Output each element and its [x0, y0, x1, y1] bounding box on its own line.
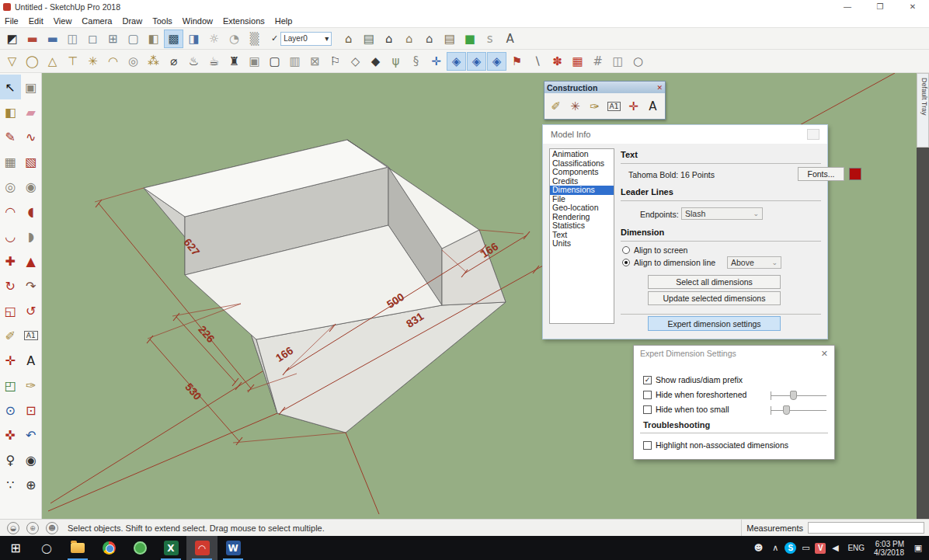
- push-pull-icon[interactable]: ▲: [21, 249, 42, 273]
- select-tool-icon[interactable]: ↖: [0, 75, 21, 99]
- sandbox-cone-icon[interactable]: △: [43, 52, 62, 71]
- menu-item[interactable]: Draw: [122, 16, 142, 26]
- model-info-list-item[interactable]: Components: [550, 168, 614, 177]
- snap-icon[interactable]: #: [588, 52, 607, 71]
- backslash-icon[interactable]: ∖: [527, 52, 547, 71]
- scale-icon[interactable]: ◱: [0, 298, 21, 323]
- sandbox-dome-icon[interactable]: ◠: [103, 52, 123, 71]
- align-to-screen-radio[interactable]: Align to screen: [622, 245, 687, 255]
- close-icon[interactable]: ✕: [656, 84, 663, 92]
- dimension-icon[interactable]: ✑: [585, 96, 604, 117]
- too-small-slider[interactable]: [771, 405, 826, 416]
- home-icon[interactable]: ⌂: [379, 30, 398, 48]
- align-dropdown[interactable]: Above⌄: [727, 256, 781, 269]
- highlight-non-associated-checkbox[interactable]: Highlight non-associated dimensions: [643, 440, 788, 450]
- circle-slash-icon[interactable]: ⌀: [164, 52, 183, 71]
- walk-icon[interactable]: ∵: [0, 472, 21, 497]
- text-color-swatch[interactable]: [849, 168, 861, 180]
- shaded-style-icon[interactable]: ◧: [144, 30, 163, 48]
- shadow-icon[interactable]: ☼: [204, 30, 224, 48]
- look-around-icon[interactable]: ◉: [21, 447, 42, 472]
- freehand-icon[interactable]: ∿: [21, 124, 42, 149]
- shaded-textures-style-icon[interactable]: ▩: [164, 30, 183, 48]
- v-app-icon[interactable]: V: [815, 543, 826, 554]
- chrome-icon[interactable]: [93, 536, 124, 560]
- camera-tool-1-icon[interactable]: ◈: [447, 52, 466, 71]
- line-tool-icon[interactable]: ✎: [0, 124, 21, 149]
- layer-dropdown[interactable]: ✓ Layer0 ▾: [271, 32, 332, 46]
- follow-me-icon[interactable]: ↷: [21, 273, 42, 298]
- stage-icon[interactable]: ♜: [224, 52, 244, 71]
- previous-view-icon[interactable]: ↶: [21, 423, 42, 447]
- axes-icon[interactable]: ✛: [0, 348, 21, 373]
- frame-icon[interactable]: ▣: [245, 52, 264, 71]
- photo-icon[interactable]: ▥: [285, 52, 304, 71]
- close-button[interactable]: ✕: [896, 0, 929, 14]
- hidden-line-style-icon[interactable]: ▢: [124, 30, 143, 48]
- polygon-icon[interactable]: ◉: [21, 174, 42, 199]
- select-all-dimensions-button[interactable]: Select all dimensions: [648, 275, 781, 289]
- compass-icon[interactable]: ✛: [426, 52, 446, 71]
- text-tool-icon[interactable]: A1: [21, 323, 42, 348]
- component-house-icon[interactable]: ⌂: [339, 30, 358, 48]
- minimize-button[interactable]: —: [831, 0, 864, 14]
- rectangle-icon[interactable]: ▦: [0, 149, 21, 174]
- box-icon[interactable]: ◇: [346, 52, 365, 71]
- tape-measure-icon[interactable]: ✐: [0, 323, 21, 348]
- word-icon[interactable]: W: [217, 536, 249, 560]
- 3d-text-icon[interactable]: A: [21, 348, 42, 373]
- protractor-icon[interactable]: ✳: [565, 96, 585, 117]
- menu-item[interactable]: Tools: [152, 16, 172, 26]
- building-icon[interactable]: ▤: [359, 30, 378, 48]
- material-swatch-icon[interactable]: ■: [460, 30, 479, 48]
- zoom-extents-icon[interactable]: ✜: [0, 423, 21, 447]
- sandbox-flower-icon[interactable]: ✳: [83, 52, 103, 71]
- shell-icon[interactable]: §: [406, 52, 426, 71]
- menu-item[interactable]: Window: [183, 16, 213, 26]
- paint-bucket-icon[interactable]: ◧: [0, 99, 21, 124]
- pie-icon[interactable]: ◖: [21, 199, 42, 224]
- skype-icon[interactable]: S: [785, 542, 796, 554]
- update-selected-dimensions-button[interactable]: Update selected dimensions: [648, 291, 781, 305]
- zoom-icon[interactable]: ⊙: [0, 398, 21, 423]
- hand-tool-icon[interactable]: ✑: [21, 373, 42, 398]
- camera-tool-3-icon[interactable]: ◈: [487, 52, 506, 71]
- orbit-icon[interactable]: ⊕: [21, 472, 42, 497]
- teapot-hand-icon[interactable]: ☕: [204, 52, 224, 71]
- tape-measure-icon[interactable]: ✐: [546, 96, 565, 117]
- grid-icon[interactable]: ▦: [568, 52, 587, 71]
- eraser-icon[interactable]: ▰: [21, 99, 42, 124]
- model-info-list-item[interactable]: Units: [550, 239, 614, 249]
- endpoints-dropdown[interactable]: Slash⌄: [681, 207, 763, 220]
- foreshortened-slider[interactable]: [771, 390, 826, 401]
- menu-item[interactable]: Camera: [82, 16, 112, 26]
- font-tool-icon[interactable]: A: [500, 30, 520, 48]
- style-small-icon[interactable]: s: [480, 30, 499, 48]
- shed-icon[interactable]: ⌂: [399, 30, 419, 48]
- credits-icon[interactable]: ⊕: [26, 522, 39, 534]
- model-info-list-item[interactable]: Animation: [550, 150, 614, 159]
- sandbox-spray-icon[interactable]: ⁂: [144, 52, 163, 71]
- circle-icon[interactable]: ◎: [0, 174, 21, 199]
- sandbox-wheel-icon[interactable]: ◎: [124, 52, 143, 71]
- hide-foreshortened-checkbox[interactable]: Hide when foreshortened: [643, 390, 746, 399]
- camera-tool-2-icon[interactable]: ◈: [467, 52, 486, 71]
- teapot-icon[interactable]: ♨: [184, 52, 204, 71]
- zoom-window-icon[interactable]: ⊡: [21, 398, 42, 423]
- fonts-button[interactable]: Fonts...: [798, 167, 844, 181]
- language-indicator[interactable]: ENG: [847, 544, 865, 552]
- notification-icon[interactable]: ▣: [910, 543, 926, 553]
- sketchup-icon[interactable]: ◠: [186, 536, 217, 560]
- model-info-list-item[interactable]: Geo-location: [550, 203, 614, 213]
- hide-too-small-checkbox[interactable]: Hide when too small: [643, 405, 729, 414]
- window-icon[interactable]: ▢: [265, 52, 284, 71]
- close-button[interactable]: [807, 129, 819, 140]
- flag-icon[interactable]: ⚑: [507, 52, 527, 71]
- section-plane-icon[interactable]: ◰: [0, 373, 21, 398]
- menu-item[interactable]: Help: [275, 16, 293, 26]
- display-icon[interactable]: ▭: [798, 543, 813, 553]
- file-explorer-icon[interactable]: [62, 536, 93, 560]
- model-info-list-item[interactable]: Dimensions: [550, 186, 614, 195]
- close-icon[interactable]: ✕: [821, 349, 828, 359]
- sandbox-funnel-icon[interactable]: ▽: [2, 52, 22, 71]
